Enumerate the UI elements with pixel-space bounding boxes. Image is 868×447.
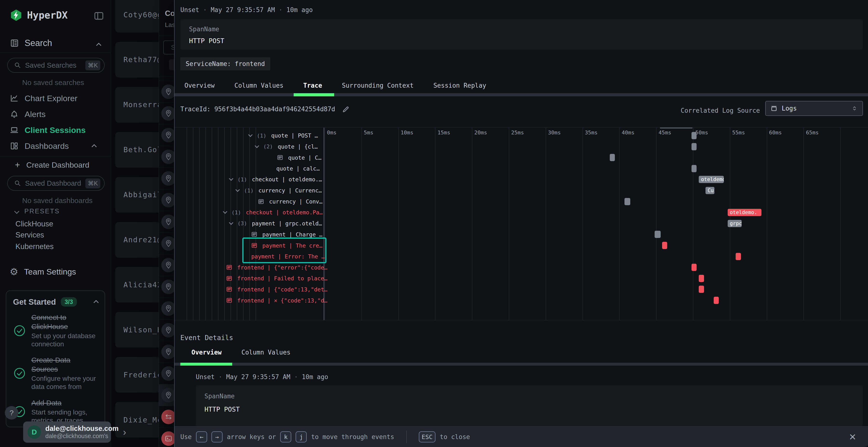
gear-icon: ⚙ [10, 267, 18, 276]
session-card[interactable]: Monserra [115, 87, 159, 123]
chevron-down-icon[interactable] [248, 133, 252, 137]
user-menu[interactable]: D dale@clickhouse.com dale@clickhouse.co… [23, 421, 111, 443]
duration-bar[interactable] [699, 286, 704, 293]
span-row[interactable]: frontend | {"error":{"code… [175, 262, 868, 273]
duration-bar[interactable] [624, 198, 630, 205]
session-card[interactable]: Beth.Gol [115, 132, 159, 168]
chevron-up-icon[interactable] [94, 300, 99, 305]
get-started-item[interactable]: Create Data SourcesConfigure where your … [13, 355, 98, 391]
duration-bar[interactable] [610, 154, 615, 161]
span-label: (2)quote | {cl… [255, 143, 318, 150]
arrow-right-key: → [212, 431, 222, 442]
duration-bar[interactable] [655, 231, 660, 238]
event-tab-overview[interactable]: Overview [191, 349, 222, 356]
location-pin-icon [161, 128, 176, 142]
sidebar-item-team-settings[interactable]: ⚙ Team Settings [10, 267, 76, 276]
span-row[interactable]: currency | Conv… [175, 196, 868, 207]
session-card[interactable]: Frederic [115, 357, 159, 392]
duration-bar[interactable] [662, 242, 667, 249]
hyperdx-logo-icon [10, 9, 23, 22]
nav-label: Dashboards [25, 141, 69, 151]
event-tab-column-values[interactable]: Column Values [241, 349, 290, 356]
nav-label: Client Sessions [25, 126, 86, 135]
chevron-down-icon[interactable] [223, 209, 227, 214]
saved-searches-input[interactable]: Saved Searches ⌘K [7, 58, 105, 73]
duration-bar[interactable]: grpc [728, 220, 742, 227]
sidebar-item-chart-explorer[interactable]: Chart Explorer [10, 92, 106, 105]
duration-bar[interactable] [691, 132, 696, 139]
session-card[interactable]: Alicia42 [115, 267, 159, 303]
session-card[interactable]: Andre21@ [115, 222, 159, 258]
close-icon[interactable]: × [849, 431, 856, 443]
sidebar-item-dashboards[interactable]: Dashboards [10, 140, 106, 152]
span-row[interactable]: (1)checkout | oteldemo.…oteldemo.C [175, 174, 868, 185]
saved-dashboards-input[interactable]: Saved Dashboards ⌘K [7, 176, 105, 191]
duration-bar[interactable]: oteldemo. [728, 209, 762, 216]
tab-surrounding-context[interactable]: Surrounding Context [342, 82, 413, 89]
sidebar-item-client-sessions[interactable]: Client Sessions [10, 124, 106, 136]
presets-header[interactable]: PRESETS [15, 208, 60, 215]
chevron-down-icon[interactable] [229, 176, 233, 181]
event-details-tabs: OverviewColumn Values [191, 349, 290, 356]
span-row[interactable]: (1)checkout | oteldemo.Pa…oteldemo. [175, 207, 868, 218]
session-card[interactable]: Dixie_Mc [115, 402, 159, 438]
get-started-header[interactable]: Get Started 3/3 [13, 297, 98, 307]
duration-bar[interactable] [714, 297, 719, 304]
divider [406, 431, 407, 443]
user-email: dale@clickhouse.com [45, 424, 119, 433]
preset-item-clickhouse[interactable]: ClickHouse [16, 220, 53, 228]
session-card[interactable]: Abbigail [115, 177, 159, 213]
create-dashboard-button[interactable]: + Create Dashboard [15, 160, 89, 170]
span-row[interactable]: frontend | {"code":13,"det… [175, 284, 868, 295]
log-document-icon [251, 231, 257, 238]
tab-overview[interactable]: Overview [184, 82, 215, 89]
chevron-up-icon[interactable] [96, 43, 101, 48]
chevron-down-icon[interactable] [229, 220, 233, 225]
span-row[interactable]: (1)quote | POST … [175, 130, 868, 141]
span-row[interactable]: quote | C… [175, 152, 868, 163]
shortcut-badge: ⌘K [85, 61, 100, 70]
span-row[interactable]: (2)quote | {cl… [175, 141, 868, 152]
duration-bar[interactable] [736, 253, 741, 260]
duration-bar[interactable]: Cu [706, 187, 714, 194]
preset-item-services[interactable]: Services [16, 231, 44, 239]
span-row[interactable]: (1)currency | Currenc…Cu [175, 185, 868, 196]
search-section-header[interactable]: Search [10, 38, 52, 48]
chevron-up-icon[interactable] [92, 144, 97, 149]
shortcut-badge: ⌘K [85, 178, 100, 188]
session-card[interactable]: Coty60@g [115, 0, 159, 33]
get-started-item[interactable]: Connect to ClickHouseSet up your databas… [13, 313, 98, 348]
tab-column-values[interactable]: Column Values [235, 82, 283, 89]
get-started-item-desc: Set up your database connection [31, 332, 98, 348]
session-detail-subtitle: Las [165, 21, 175, 29]
tab-session-replay[interactable]: Session Replay [433, 82, 486, 89]
collapse-sidebar-icon[interactable] [94, 10, 104, 20]
chevron-down-icon[interactable] [255, 143, 259, 148]
chevron-down-icon[interactable] [235, 187, 240, 192]
span-name-label: SpanName [205, 392, 235, 400]
active-tab-underline [294, 93, 334, 96]
log-source-select[interactable]: Logs [765, 101, 863, 116]
preset-item-kubernetes[interactable]: Kubernetes [16, 242, 54, 251]
duration-bar[interactable]: oteldemo.C [699, 176, 724, 183]
span-row[interactable]: frontend | × {"code":13,"d… [175, 295, 868, 306]
duration-bar[interactable] [691, 264, 696, 271]
session-card[interactable]: Wilson_H [115, 312, 159, 347]
span-row[interactable]: (3)payment | grpc.oteld…grpc [175, 218, 868, 229]
service-name-chip[interactable]: ServiceName: frontend [180, 57, 270, 70]
duration-bar[interactable] [691, 165, 696, 172]
hint-use: Use [180, 433, 192, 441]
session-card[interactable]: Retha77@ [115, 42, 159, 77]
duration-bar[interactable] [691, 143, 696, 150]
dot-separator: · [279, 6, 283, 13]
span-row[interactable]: quote | calc… [175, 163, 868, 174]
presets-label: PRESETS [24, 208, 60, 215]
span-row[interactable]: frontend | Failed to place… [175, 273, 868, 284]
grid-icon [10, 141, 19, 150]
duration-bar[interactable] [699, 275, 704, 282]
help-button[interactable]: ? [5, 406, 18, 419]
edit-pencil-icon[interactable] [341, 105, 350, 114]
sidebar-item-alerts[interactable]: Alerts [10, 108, 106, 121]
tab-trace[interactable]: Trace [303, 82, 322, 89]
get-started-item[interactable]: Add DataStart sending logs, metrics, or … [13, 398, 98, 425]
